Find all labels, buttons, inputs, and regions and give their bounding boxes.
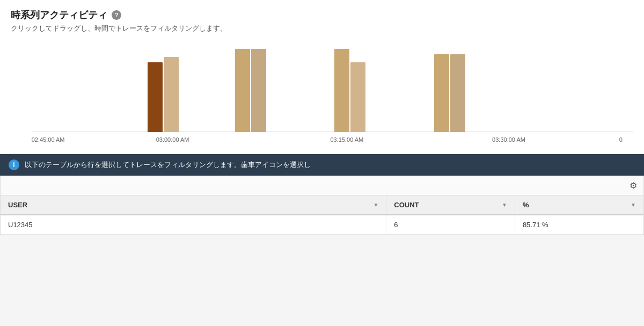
info-banner: i 以下のテーブルから行を選択してトレースをフィルタリングします。歯車アイコンを…: [0, 154, 644, 176]
bar-1a: [148, 62, 163, 132]
bar-group-1: [148, 57, 179, 132]
bar-2b: [251, 49, 266, 132]
sort-icon-user[interactable]: ▼: [373, 202, 378, 208]
bar-2a: [235, 49, 250, 132]
timeseries-info-icon[interactable]: ?: [112, 10, 121, 20]
x-label-2: 03:15:00 AM: [331, 136, 364, 143]
bar-3b: [350, 62, 365, 132]
bar-group-2: [235, 49, 266, 132]
bar-3a: [334, 49, 349, 132]
th-count[interactable]: COUNT ▼: [386, 195, 515, 215]
table-header-row: USER ▼ COUNT ▼ % ▼: [1, 195, 643, 215]
bar-4b: [450, 54, 465, 132]
info-banner-text: 以下のテーブルから行を選択してトレースをフィルタリングします。歯車アイコンを選択…: [25, 160, 311, 170]
bar-group-3: [334, 49, 365, 132]
data-table: USER ▼ COUNT ▼ % ▼: [1, 195, 643, 235]
sort-icon-pct[interactable]: ▼: [631, 202, 636, 208]
timeseries-header: 時系列アクティビティ ?: [11, 9, 633, 21]
sort-icon-count[interactable]: ▼: [502, 202, 507, 208]
page-container: 時系列アクティビティ ? クリックしてドラッグし、時間でトレースをフィルタリング…: [0, 0, 644, 326]
cell-count: 6: [386, 215, 515, 235]
timeseries-subtitle: クリックしてドラッグし、時間でトレースをフィルタリングします。: [11, 24, 633, 33]
table-section: ⚙ USER ▼ COUNT ▼: [0, 176, 644, 235]
x-label-3: 03:30:00 AM: [492, 136, 525, 143]
th-pct-label: %: [523, 201, 529, 209]
chart-bars-container: [11, 40, 633, 132]
bar-1b: [164, 57, 179, 132]
info-banner-icon: i: [9, 160, 19, 170]
th-pct[interactable]: % ▼: [515, 195, 643, 215]
table-toolbar: ⚙: [1, 176, 643, 195]
cell-user: U12345: [1, 215, 386, 235]
gear-icon[interactable]: ⚙: [630, 180, 637, 191]
th-count-label: COUNT: [394, 201, 419, 209]
x-label-4: 0: [619, 136, 623, 143]
table-row[interactable]: U12345 6 85.71 %: [1, 215, 643, 235]
th-user-label: USER: [8, 201, 27, 209]
timeseries-title: 時系列アクティビティ: [11, 9, 107, 21]
x-label-0: 02:45:00 AM: [32, 136, 65, 143]
chart-area[interactable]: 02:45:00 AM 03:00:00 AM 03:15:00 AM 03:3…: [11, 40, 633, 147]
bar-4a: [434, 54, 449, 132]
timeseries-section: 時系列アクティビティ ? クリックしてドラッグし、時間でトレースをフィルタリング…: [0, 0, 644, 154]
x-axis: 02:45:00 AM 03:00:00 AM 03:15:00 AM 03:3…: [11, 132, 633, 147]
x-label-1: 03:00:00 AM: [156, 136, 189, 143]
th-user[interactable]: USER ▼: [1, 195, 386, 215]
cell-pct: 85.71 %: [515, 215, 643, 235]
bar-group-4: [434, 54, 465, 132]
